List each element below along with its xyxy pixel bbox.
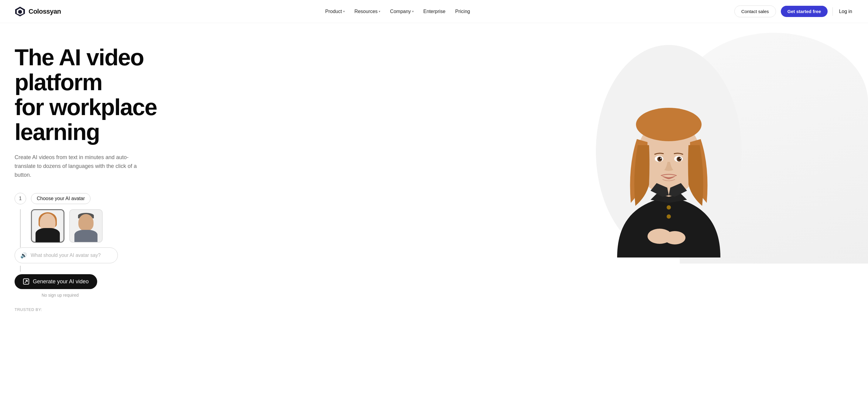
resources-chevron-icon: ▾: [379, 10, 380, 13]
nav-company[interactable]: Company ▾: [386, 6, 417, 17]
product-chevron-icon: ▾: [343, 10, 345, 13]
hero-section: The AI video platform for workplace lear…: [0, 23, 868, 399]
avatar-female-card[interactable]: [31, 209, 64, 243]
svg-point-8: [636, 108, 702, 141]
svg-point-17: [660, 158, 661, 159]
navigation: Colossyan Product ▾ Resources ▾ Company …: [0, 0, 868, 23]
company-chevron-icon: ▾: [412, 10, 414, 13]
hero-subtitle: Create AI videos from text in minutes an…: [14, 153, 142, 179]
step-1-number: 1: [14, 193, 26, 204]
logo-text: Colossyan: [29, 8, 61, 16]
avatar-male-card[interactable]: [69, 209, 103, 243]
nav-product[interactable]: Product ▾: [322, 6, 348, 17]
login-button[interactable]: Log in: [838, 6, 854, 17]
nav-actions: Contact sales Get started free Log in: [734, 5, 854, 17]
avatar-female-head: [40, 213, 56, 231]
step-1-row: 1 Choose your AI avatar: [14, 193, 227, 204]
avatar-female-body: [35, 228, 60, 242]
colossyan-logo-icon: [14, 6, 26, 17]
generate-button[interactable]: Generate your AI video: [14, 274, 97, 289]
hero-content: The AI video platform for workplace lear…: [14, 45, 227, 312]
avatar-grid: [31, 209, 103, 243]
avatar-text-input[interactable]: 🔊 What should your AI avatar say?: [14, 247, 118, 263]
hero-title: The AI video platform for workplace lear…: [14, 45, 227, 145]
hero-image-area: [485, 45, 854, 257]
speaker-icon: 🔊: [20, 252, 27, 259]
demo-area: 1 Choose your AI avatar: [14, 193, 227, 312]
avatar-section: [14, 209, 227, 247]
step-line-1: [14, 209, 26, 247]
connector-3: [20, 266, 21, 272]
nav-resources[interactable]: Resources ▾: [351, 6, 384, 17]
avatar-text-placeholder: What should your AI avatar say?: [31, 253, 100, 258]
get-started-button[interactable]: Get started free: [781, 6, 828, 17]
avatar-male-head: [79, 214, 94, 231]
contact-sales-button[interactable]: Contact sales: [734, 5, 776, 17]
nav-enterprise[interactable]: Enterprise: [420, 6, 449, 17]
svg-point-9: [666, 205, 671, 210]
hero-person-illustration: [593, 45, 745, 257]
svg-point-10: [666, 214, 671, 219]
step-1-label: Choose your AI avatar: [31, 193, 91, 204]
logo-link[interactable]: Colossyan: [14, 6, 61, 17]
nav-pricing[interactable]: Pricing: [452, 6, 474, 17]
avatar-male-body: [74, 230, 97, 242]
external-link-icon: [23, 278, 29, 284]
no-signup-text: No sign up required: [14, 293, 106, 298]
trusted-by-text: TRUSTED BY:: [14, 307, 227, 312]
avatar-female-hair: [38, 212, 57, 227]
connector-line-1: [20, 209, 21, 247]
svg-point-5: [664, 231, 685, 244]
nav-links: Product ▾ Resources ▾ Company ▾ Enterpri…: [322, 6, 474, 17]
svg-point-18: [680, 158, 681, 159]
